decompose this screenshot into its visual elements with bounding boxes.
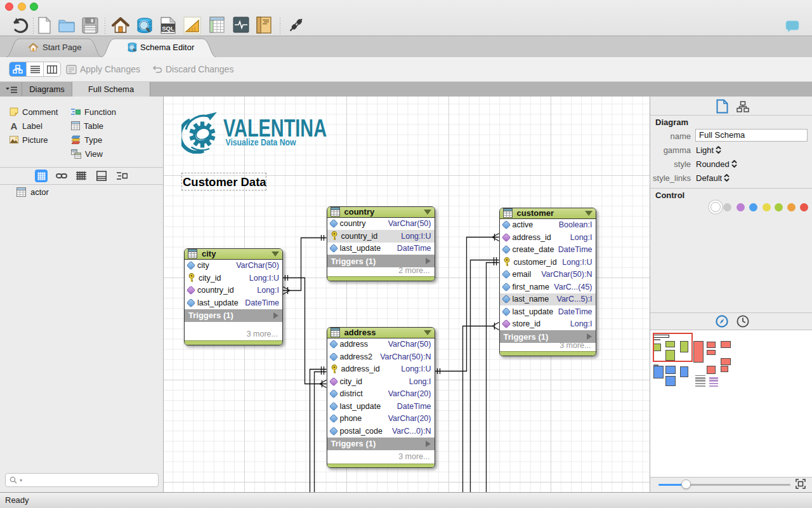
svg-text:SQL: SQL — [162, 25, 174, 32]
